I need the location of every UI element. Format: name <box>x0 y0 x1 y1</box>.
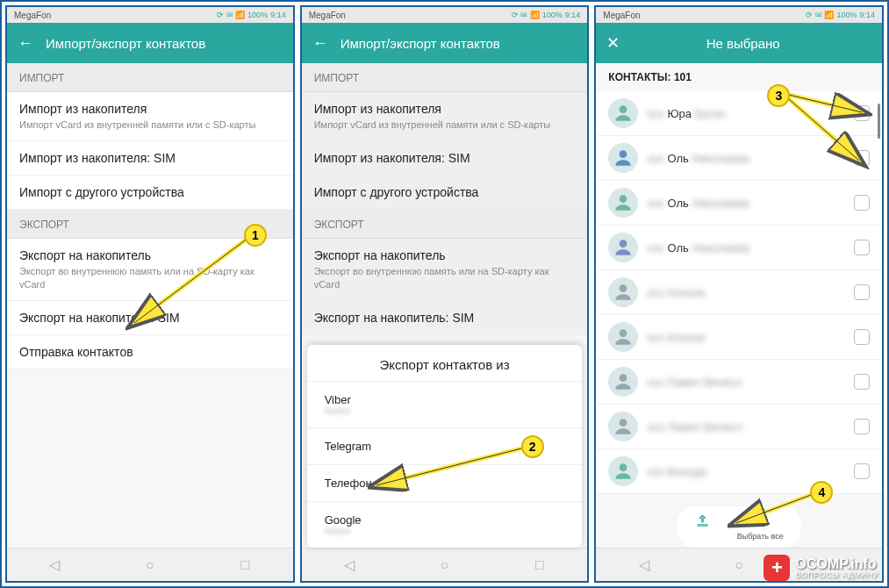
phone-screen-3: MegaFon ⟳ ✉ 📶 100% 9:14 ✕ Не выбрано КОН… <box>594 5 884 583</box>
annotation-arrow-4 <box>728 488 815 532</box>
avatar <box>608 367 638 397</box>
contact-row[interactable]: xxx Павел Вячесл <box>596 360 882 405</box>
android-navbar: ◁ ○ □ <box>302 548 588 581</box>
close-icon[interactable]: ✕ <box>606 33 620 53</box>
contact-checkbox[interactable] <box>854 329 870 345</box>
section-export: ЭКСПОРТ <box>302 210 588 239</box>
svg-line-2 <box>134 238 248 323</box>
import-sim[interactable]: Импорт из накопителя: SIM <box>7 141 293 176</box>
contact-name: xxx Володя <box>647 465 845 478</box>
statusbar: MegaFon ⟳ ✉ 📶 100% 9:14 <box>302 7 588 23</box>
carrier-label: MegaFon <box>14 11 51 20</box>
svg-line-22 <box>736 495 811 523</box>
import-storage[interactable]: Импорт из накопителя Импорт vCard из вну… <box>7 92 293 141</box>
statusbar: MegaFon ⟳ ✉ 📶 100% 9:14 <box>596 7 882 23</box>
avatar <box>608 277 638 307</box>
contact-row[interactable]: xxx Ксения <box>596 315 882 360</box>
app-header: ✕ Не выбрано <box>596 23 882 63</box>
contact-checkbox[interactable] <box>854 240 870 255</box>
contact-name: xxx Оль Николаева <box>647 241 845 255</box>
svg-line-5 <box>376 448 521 485</box>
share-button[interactable] <box>695 513 711 541</box>
app-header: ← Импорт/экспорт контактов <box>7 23 293 63</box>
contact-row[interactable]: xxx Павел Вячесл <box>596 405 882 449</box>
avatar <box>608 233 638 262</box>
section-import: ИМПОРТ <box>7 63 293 92</box>
android-navbar: ◁ ○ □ <box>7 548 293 581</box>
svg-point-8 <box>620 195 627 203</box>
svg-point-13 <box>620 419 627 427</box>
contact-name: xxx Ксения <box>647 331 845 344</box>
sheet-title: Экспорт контактов из <box>307 345 583 381</box>
sheet-google[interactable]: Googlehidden <box>307 501 583 548</box>
import-other-device[interactable]: Импорт с другого устройства <box>302 176 588 210</box>
import-other-device[interactable]: Импорт с другого устройства <box>7 176 293 210</box>
avatar <box>608 98 638 128</box>
export-sim[interactable]: Экспорт на накопитель: SIM <box>302 301 588 335</box>
export-storage[interactable]: Экспорт на накопитель Экспорт во внутрен… <box>302 239 588 301</box>
avatar <box>608 188 638 218</box>
contact-checkbox[interactable] <box>854 374 870 390</box>
back-icon[interactable]: ← <box>312 34 328 53</box>
avatar <box>608 412 638 441</box>
annotation-arrow-2 <box>368 441 526 494</box>
import-storage[interactable]: Импорт из накопителя Импорт vCard из вну… <box>302 92 588 141</box>
annotation-badge-4: 4 <box>810 481 833 504</box>
phone-screen-1: MegaFon ⟳ ✉ 📶 100% 9:14 ← Импорт/экспорт… <box>5 5 295 583</box>
annotation-arrow-3b <box>785 95 872 169</box>
share-icon <box>695 513 711 529</box>
annotation-badge-2: 2 <box>521 435 544 458</box>
svg-line-20 <box>789 99 859 161</box>
svg-point-12 <box>620 374 627 382</box>
page-title: Импорт/экспорт контактов <box>46 36 205 51</box>
svg-point-10 <box>620 284 627 292</box>
page-title: Импорт/экспорт контактов <box>341 36 500 51</box>
avatar <box>608 456 638 486</box>
contact-row[interactable]: xxx Оль Николаева <box>596 226 882 270</box>
avatar <box>608 322 638 352</box>
contact-checkbox[interactable] <box>854 284 870 300</box>
scrollbar[interactable] <box>878 104 880 139</box>
nav-recent-icon[interactable]: □ <box>236 556 254 574</box>
contact-checkbox[interactable] <box>854 195 870 211</box>
nav-back-icon[interactable]: ◁ <box>46 556 63 574</box>
page-title: Не выбрано <box>632 36 854 51</box>
statusbar: MegaFon ⟳ ✉ 📶 100% 9:14 <box>7 7 293 23</box>
nav-back-icon[interactable]: ◁ <box>341 556 358 574</box>
nav-recent-icon[interactable]: □ <box>531 556 548 574</box>
contact-name: xxx Ксения <box>647 286 845 299</box>
watermark: + OCOMP.info ВОПРОСЫ АДМИНУ <box>764 555 878 581</box>
contact-row[interactable]: xxx Оль Николаева <box>596 181 882 226</box>
contact-name: xxx Павел Вячесл <box>647 420 845 434</box>
nav-home-icon[interactable]: ○ <box>141 556 159 574</box>
section-import: ИМПОРТ <box>302 63 588 92</box>
watermark-brand: OCOMP.info <box>795 557 878 571</box>
nav-home-icon[interactable]: ○ <box>435 556 453 574</box>
phone-screen-2: MegaFon ⟳ ✉ 📶 100% 9:14 ← Импорт/экспорт… <box>300 5 590 583</box>
watermark-logo-icon: + <box>764 555 790 581</box>
contact-row[interactable]: xxx Ксения <box>596 270 882 315</box>
contact-checkbox[interactable] <box>854 419 870 434</box>
contact-name: xxx Павел Вячесл <box>647 376 845 389</box>
svg-point-11 <box>620 329 627 337</box>
sheet-viber[interactable]: Viberhidden <box>307 381 583 427</box>
annotation-badge-1: 1 <box>244 224 267 247</box>
app-header: ← Импорт/экспорт контактов <box>302 23 588 63</box>
contact-name: xxx Оль Николаева <box>647 197 845 210</box>
list-screen2: ИМПОРТ Импорт из накопителя Импорт vCard… <box>302 63 588 335</box>
svg-point-9 <box>620 240 627 247</box>
svg-point-6 <box>620 105 627 113</box>
svg-point-14 <box>620 463 627 471</box>
import-sim[interactable]: Импорт из накопителя: SIM <box>302 141 588 176</box>
send-contacts[interactable]: Отправка контактов <box>7 335 293 369</box>
status-icons: ⟳ ✉ 📶 100% 9:14 <box>217 11 286 19</box>
watermark-sub: ВОПРОСЫ АДМИНУ <box>795 571 878 579</box>
contact-checkbox[interactable] <box>854 463 870 479</box>
avatar <box>608 143 638 173</box>
svg-point-7 <box>620 150 627 158</box>
nav-home-icon[interactable]: ○ <box>730 556 748 574</box>
annotation-arrow-1 <box>125 231 253 332</box>
nav-back-icon[interactable]: ◁ <box>635 556 653 574</box>
back-icon[interactable]: ← <box>18 34 33 53</box>
